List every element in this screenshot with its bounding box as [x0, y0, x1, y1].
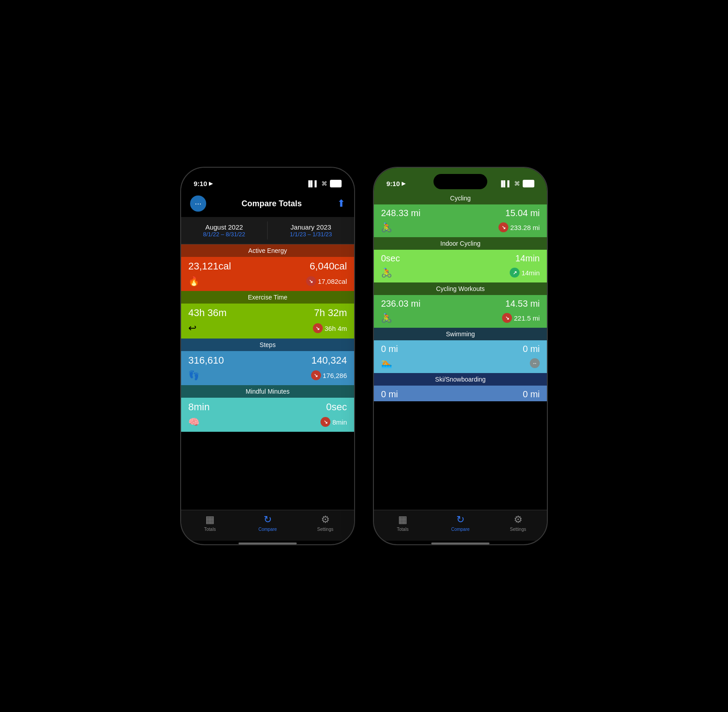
dynamic-island-1 — [241, 174, 295, 189]
exercise-val1: 43h 36m — [188, 307, 268, 319]
tab-bar-2: ▦ Totals ↻ Compare ⚙ Settings — [374, 510, 547, 541]
mindful-val1: 8min — [188, 401, 268, 413]
section-ski-header: Ski/Snowboarding — [374, 373, 547, 386]
section-active-energy-header: Active Energy — [181, 244, 354, 257]
diff-arrow-cycling: ↘ — [498, 222, 508, 232]
compare-icon-2: ↻ — [456, 514, 464, 525]
diff-arrow-down: ↘ — [306, 276, 316, 286]
share-button[interactable]: ⬆ — [337, 198, 345, 209]
indoor-cycling-val1: 0sec — [381, 253, 460, 264]
ski-val2: 0 mi — [460, 389, 540, 399]
diff-arrow-mindful: ↘ — [321, 417, 330, 427]
menu-button[interactable]: ··· — [190, 195, 206, 212]
totals-icon-2: ▦ — [398, 514, 407, 525]
compare-label-2: Compare — [451, 527, 469, 532]
diff-arrow-indoor: ↗ — [510, 268, 520, 278]
section-cycling-values: 248.33 mi 15.04 mi — [374, 204, 547, 220]
tab-settings-2[interactable]: ⚙ Settings — [489, 514, 547, 532]
period-range-1: 8/1/22 – 8/31/22 — [186, 231, 263, 238]
section-steps-header: Steps — [181, 339, 354, 351]
cycling-val1: 248.33 mi — [381, 208, 460, 218]
period-col-1[interactable]: August 2022 8/1/22 – 8/31/22 — [181, 221, 268, 239]
steps-diff: ↘ 176,286 — [268, 370, 347, 380]
section-cycling-workouts-values: 236.03 mi 14.53 mi — [374, 295, 547, 311]
tab-totals-1[interactable]: ▦ Totals — [181, 514, 239, 532]
mindful-icon: 🧠 — [188, 417, 268, 427]
tab-compare-1[interactable]: ↻ Compare — [239, 514, 297, 532]
section-cycling-workouts-header: Cycling Workouts — [374, 282, 547, 295]
active-energy-val1: 23,121cal — [188, 260, 268, 272]
phone-2: 9:10 ▶ ▐▌▌ ⌘ 81 Cycling 248.33 mi 15.04 … — [373, 167, 548, 545]
section-indoor-cycling-header: Indoor Cycling — [374, 237, 547, 250]
home-indicator-1 — [238, 543, 297, 544]
section-exercise-header: Exercise Time — [181, 291, 354, 304]
totals-icon: ▦ — [205, 514, 215, 525]
nav-header: ··· Compare Totals ⬆ — [181, 192, 354, 217]
steps-icons: 👣 ↘ 176,286 — [181, 368, 354, 385]
active-energy-icon: 🔥 — [188, 276, 268, 287]
cycling-workouts-diff: ↘ 221.5 mi — [460, 313, 540, 323]
period-range-2: 1/1/23 – 1/31/23 — [272, 231, 350, 238]
page-title: Compare Totals — [242, 199, 302, 208]
section-swimming-header: Swimming — [374, 328, 547, 340]
cycling-diff: ↘ 233.28 mi — [460, 222, 540, 232]
mindful-icons: 🧠 ↘ 8min — [181, 415, 354, 432]
active-energy-val2: 6,040cal — [268, 260, 347, 272]
section-indoor-cycling-values: 0sec 14min — [374, 250, 547, 265]
section-mindful: Mindful Minutes 8min 0sec 🧠 ↘ 8min — [181, 385, 354, 432]
status-time-1: 9:10 ▶ — [194, 180, 212, 187]
swimming-diff: ↔ — [460, 358, 540, 368]
diff-arrow-exercise: ↘ — [313, 323, 323, 333]
home-indicator-2 — [431, 543, 490, 544]
section-cycling-header: Cycling — [374, 192, 547, 204]
tab-totals-2[interactable]: ▦ Totals — [374, 514, 432, 532]
ski-val1: 0 mi — [381, 389, 460, 399]
cycling-workouts-icons: 🚴 ↘ 221.5 mi — [374, 311, 547, 328]
section-cycling-workouts: Cycling Workouts 236.03 mi 14.53 mi 🚴 ↘ … — [374, 282, 547, 328]
section-steps-values: 316,610 140,324 — [181, 351, 354, 368]
cycling-workouts-val2: 14.53 mi — [460, 299, 540, 309]
settings-label: Settings — [317, 527, 334, 532]
metrics-scroll: Active Energy 23,121cal 6,040cal 🔥 ↘ 17,… — [181, 244, 354, 510]
swimming-icon: 🏊 — [381, 358, 460, 369]
exercise-icons: ↩ ↘ 36h 4m — [181, 321, 354, 339]
section-steps: Steps 316,610 140,324 👣 ↘ 176,286 — [181, 339, 354, 385]
scene: 9:10 ▶ ▐▌▌ ⌘ 81 ··· Compare Totals ⬆ — [162, 149, 566, 563]
mindful-val2: 0sec — [268, 401, 347, 413]
cycling-icon: 🚴 — [381, 222, 460, 233]
tab-settings-1[interactable]: ⚙ Settings — [296, 514, 354, 532]
exercise-val2: 7h 32m — [268, 307, 347, 319]
section-mindful-values: 8min 0sec — [181, 398, 354, 415]
status-icons-2: ▐▌▌ ⌘ 81 — [499, 180, 534, 187]
section-exercise-values: 43h 36m 7h 32m — [181, 304, 354, 321]
steps-val2: 140,324 — [268, 355, 347, 366]
period-name-1: August 2022 — [186, 223, 263, 231]
settings-label-2: Settings — [510, 527, 526, 532]
diff-arrow-cycling-workouts: ↘ — [502, 313, 512, 323]
swimming-val2: 0 mi — [460, 344, 540, 354]
period-col-2[interactable]: January 2023 1/1/23 – 1/31/23 — [268, 221, 354, 239]
mindful-diff: ↘ 8min — [268, 417, 347, 427]
status-icons-1: ▐▌▌ ⌘ 81 — [306, 180, 342, 187]
settings-icon: ⚙ — [321, 514, 330, 525]
section-ski-values: 0 mi 0 mi — [374, 386, 547, 401]
cycling-icons: 🚴 ↘ 233.28 mi — [374, 220, 547, 237]
tab-compare-2[interactable]: ↻ Compare — [432, 514, 490, 532]
cycling-val2: 15.04 mi — [460, 208, 540, 218]
exercise-diff: ↘ 36h 4m — [268, 323, 347, 333]
swimming-val1: 0 mi — [381, 344, 460, 354]
indoor-cycling-icons: 🚴 ↗ 14min — [374, 265, 547, 282]
section-swimming-values: 0 mi 0 mi — [374, 340, 547, 356]
status-time-2: 9:10 ▶ — [386, 180, 405, 187]
section-swimming: Swimming 0 mi 0 mi 🏊 ↔ — [374, 328, 547, 373]
totals-label-2: Totals — [397, 527, 408, 532]
exercise-icon: ↩ — [188, 322, 268, 334]
compare-label: Compare — [258, 527, 277, 532]
diff-arrow-steps: ↘ — [311, 370, 321, 380]
indoor-cycling-val2: 14min — [460, 253, 540, 264]
phone-1: 9:10 ▶ ▐▌▌ ⌘ 81 ··· Compare Totals ⬆ — [180, 167, 355, 545]
section-active-energy-values: 23,121cal 6,040cal — [181, 257, 354, 274]
steps-val1: 316,610 — [188, 355, 268, 366]
metrics-scroll-2: Cycling 248.33 mi 15.04 mi 🚴 ↘ 233.28 mi — [374, 192, 547, 510]
active-energy-diff: ↘ 17,082cal — [268, 276, 347, 286]
